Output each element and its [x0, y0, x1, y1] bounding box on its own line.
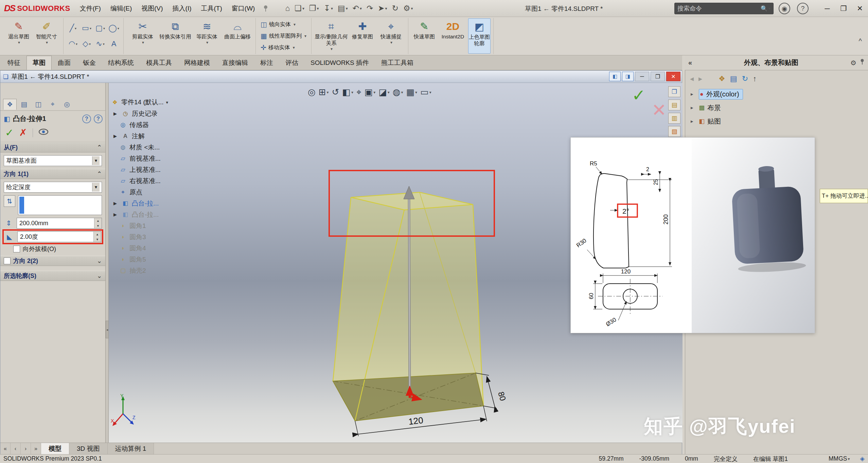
- chevron-down-icon[interactable]: ▼: [92, 156, 100, 165]
- tree-item-fillet1[interactable]: ◗ 圆角1: [111, 220, 172, 231]
- draft-outward-checkbox[interactable]: [13, 246, 20, 252]
- view-settings-icon[interactable]: ▭▾: [420, 87, 431, 97]
- status-tag-icon[interactable]: ◈: [860, 455, 865, 462]
- tab-motion-study[interactable]: 运动算例 1: [108, 443, 154, 454]
- taskpane-library-icon[interactable]: ▤: [730, 74, 737, 83]
- tree-item-top-plane[interactable]: ▱ 上视基准...: [111, 164, 172, 175]
- line-tool-icon[interactable]: ╱▾: [66, 24, 80, 33]
- units-selector[interactable]: MMGS: [829, 455, 847, 462]
- tab-addins[interactable]: SOLIDWORKS 插件: [304, 56, 375, 70]
- start-condition-select[interactable]: 草图基准面 ▼: [4, 155, 102, 166]
- direction-reference-box[interactable]: [18, 195, 102, 215]
- doc-close-button[interactable]: ✕: [666, 72, 680, 81]
- pane-toggle-right-icon[interactable]: ◨: [622, 72, 634, 81]
- resources-panel-icon[interactable]: ❐: [668, 86, 680, 97]
- draft-angle-input[interactable]: 2.00度 ▲▼: [17, 231, 101, 242]
- tab-structure[interactable]: 结构系统: [102, 56, 140, 70]
- taskpane-item-decals[interactable]: ▸ ◧ 贴图: [685, 114, 868, 128]
- tree-root[interactable]: ❖ 零件14 (默认... ▾: [111, 96, 172, 108]
- depth-input[interactable]: 200.00mm ▲▼: [17, 218, 102, 229]
- expand-arrow-icon[interactable]: ▶: [113, 133, 119, 139]
- taskpane-item-appearances[interactable]: ▸ ● 外观(color): [685, 87, 868, 101]
- spin-up-icon[interactable]: ▲: [94, 218, 102, 223]
- tree-item-fillet3[interactable]: ◗ 圆角3: [111, 231, 172, 243]
- exit-sketch-button[interactable]: ✎ 退出草图 ▾: [5, 18, 33, 54]
- search-caret-icon[interactable]: ▾: [768, 6, 770, 11]
- menu-pin-icon[interactable]: [263, 5, 268, 12]
- spin-down-icon[interactable]: ▼: [94, 237, 101, 242]
- expand-arrow-icon[interactable]: ▶: [113, 111, 119, 116]
- menu-view[interactable]: 视图(V): [137, 0, 167, 17]
- taskpane-pick-icon[interactable]: ❖: [719, 74, 725, 83]
- expand-arrow-icon[interactable]: ▸: [691, 105, 696, 111]
- end-condition-select[interactable]: 给定深度 ▼: [4, 182, 102, 193]
- tab-scroll-first-icon[interactable]: «: [0, 443, 11, 454]
- menu-tools[interactable]: 工具(T): [196, 0, 227, 17]
- chevron-up-icon[interactable]: ⌃: [97, 170, 102, 178]
- tab-surfaces[interactable]: 曲面: [52, 56, 77, 70]
- circle-tool-icon[interactable]: ◯▾: [107, 24, 121, 33]
- tab-scroll-last-icon[interactable]: »: [31, 443, 41, 454]
- zoom-area-icon[interactable]: ⊞▾: [319, 87, 329, 97]
- chevron-down-icon[interactable]: ▼: [92, 183, 100, 192]
- taskpane-forward-icon[interactable]: ▸: [698, 74, 702, 83]
- tab-evaluate[interactable]: 评估: [279, 56, 304, 70]
- help-icon[interactable]: ?: [797, 3, 809, 14]
- accept-button[interactable]: ✓: [5, 127, 14, 139]
- save-icon[interactable]: ↧▾: [322, 2, 335, 15]
- search-input[interactable]: [677, 5, 761, 12]
- tree-item-fillet5[interactable]: ◗ 圆角5: [111, 254, 172, 265]
- zoom-fit-icon[interactable]: ◎: [308, 87, 316, 97]
- propertymanager-tab-icon[interactable]: ▤: [17, 99, 31, 110]
- dimxpert-tab-icon[interactable]: ⌖: [46, 99, 59, 110]
- splitter-grip[interactable]: ◂: [106, 321, 109, 338]
- menu-edit[interactable]: 编辑(E): [106, 0, 137, 17]
- linear-pattern-button[interactable]: ▦ 线性草图阵列 ▾: [259, 31, 308, 41]
- print-icon[interactable]: ▤▾: [336, 2, 350, 15]
- undo-icon[interactable]: ↶▾: [351, 2, 364, 15]
- display-style-icon[interactable]: ◪▾: [378, 87, 390, 97]
- menu-window[interactable]: 窗口(W): [227, 0, 260, 17]
- section-view-icon[interactable]: ◧▾: [342, 87, 353, 97]
- select-icon[interactable]: ➤▾: [376, 2, 389, 15]
- menu-insert[interactable]: 插入(I): [168, 0, 196, 17]
- section-selected-contours[interactable]: 所选轮廓(S) ⌄: [0, 271, 105, 281]
- polygon-tool-icon[interactable]: ◇▾: [80, 39, 93, 48]
- configuration-tab-icon[interactable]: ◫: [32, 99, 45, 110]
- taskpane-collapse-icon[interactable]: «: [688, 59, 692, 67]
- tree-item-extrude1[interactable]: ▶ ◧ 凸台-拉...: [111, 198, 172, 209]
- tree-item-shell[interactable]: ▢ 抽壳2: [111, 265, 172, 276]
- display-relations-button[interactable]: ⌗ 显示/删除几何关系 ▾: [314, 18, 348, 54]
- direction2-checkbox[interactable]: [4, 257, 11, 264]
- window-restore-button[interactable]: ❐: [835, 0, 852, 17]
- view-orientation-icon[interactable]: ▣▾: [365, 87, 376, 97]
- tree-item-sensors[interactable]: ◎ 传感器: [111, 119, 172, 130]
- spin-up-icon[interactable]: ▲: [94, 232, 101, 237]
- chevron-down-icon[interactable]: ⌄: [97, 257, 102, 265]
- tree-item-annotations[interactable]: ▶ A 注解: [111, 130, 172, 142]
- taskpane-refresh-icon[interactable]: ↻: [742, 74, 748, 83]
- taskpane-back-icon[interactable]: ◂: [690, 74, 694, 83]
- tree-item-fillet4[interactable]: ◗ 圆角4: [111, 243, 172, 254]
- tab-3d-views[interactable]: 3D 视图: [69, 443, 108, 454]
- confirm-corner-cancel-icon[interactable]: ✕: [652, 100, 667, 120]
- repair-sketch-button[interactable]: ✚ 修复草图: [348, 18, 377, 54]
- smart-dimension-button[interactable]: ✐ 智能尺寸 ▾: [33, 18, 60, 54]
- taskpane-item-scenes[interactable]: ▸ ▩ 布景: [685, 101, 868, 114]
- search-icon[interactable]: 🔍: [761, 5, 768, 12]
- instant2d-button[interactable]: 2D Instant2D: [438, 18, 468, 54]
- tree-item-extrude2[interactable]: ▶ ◧ 凸台-拉...: [111, 209, 172, 220]
- help-icon[interactable]: ?: [94, 114, 103, 123]
- open-document-icon[interactable]: ❐▾: [307, 2, 321, 15]
- tab-markup[interactable]: 标注: [254, 56, 279, 70]
- cancel-button[interactable]: ✗: [19, 127, 27, 138]
- confirm-corner-accept-icon[interactable]: ✓: [632, 86, 645, 105]
- tree-item-origin[interactable]: ⌖ 原点: [111, 186, 172, 198]
- rectangle-tool-icon[interactable]: ▭▾: [80, 24, 93, 33]
- taskpane-pin-icon[interactable]: [860, 58, 865, 67]
- convert-entities-button[interactable]: ⧉ 转换实体引用: [159, 18, 192, 54]
- file-explorer-icon[interactable]: ▥: [668, 113, 680, 124]
- options-gear-icon[interactable]: ⚙▾: [402, 2, 415, 15]
- trim-entities-button[interactable]: ✂ 剪裁实体 ▾: [126, 18, 159, 54]
- section-from[interactable]: 从(F) ⌃: [0, 142, 105, 153]
